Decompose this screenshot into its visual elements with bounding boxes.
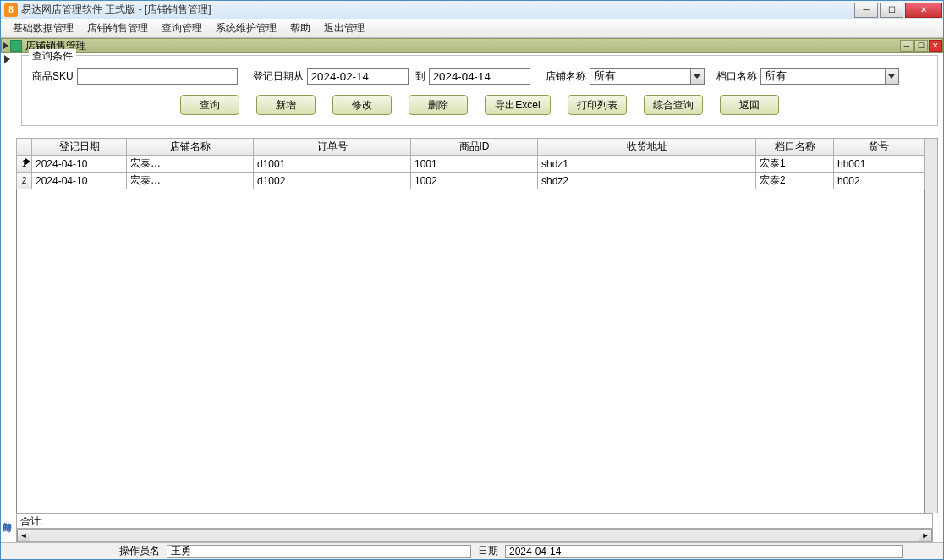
cell-reg-date[interactable]: 2024-04-10 (32, 156, 127, 173)
menu-query[interactable]: 查询管理 (155, 21, 209, 36)
mdi-header: 店铺销售管理 ─ ☐ ✕ (1, 38, 943, 53)
col-store[interactable]: 店铺名称 (127, 139, 254, 156)
cell-addr[interactable]: shdz1 (538, 156, 756, 173)
cell-sku[interactable]: hh001 (834, 156, 925, 173)
delete-button[interactable]: 删除 (409, 95, 468, 115)
date-from-input[interactable] (307, 68, 409, 85)
sku-label: 商品SKU (32, 69, 74, 84)
vertical-scrollbar[interactable] (925, 138, 938, 513)
store-combo[interactable] (590, 68, 705, 85)
row-header-corner (17, 139, 32, 156)
cell-pid[interactable]: 1001 (411, 156, 538, 173)
menu-exit[interactable]: 退出管理 (317, 21, 371, 36)
app-icon: 8 (4, 3, 18, 17)
summary-label: 合计: (17, 514, 58, 529)
query-groupbox: 查询条件 商品SKU 登记日期从 到 店铺名称 档口名称 (21, 55, 938, 126)
stall-label: 档口名称 (716, 69, 757, 84)
date-from-label: 登记日期从 (253, 69, 304, 84)
col-reg-date[interactable]: 登记日期 (32, 139, 127, 156)
advanced-query-button[interactable]: 综合查询 (644, 95, 703, 115)
cell-addr[interactable]: shdz2 (538, 173, 756, 189)
chevron-down-icon[interactable] (691, 68, 705, 85)
summary-row: 合计: (16, 513, 933, 529)
content-area: 查询条件 商品SKU 登记日期从 到 店铺名称 档口名称 (1, 53, 943, 542)
table-row[interactable]: 1 2024-04-10 宏泰… d1001 1001 shdz1 宏泰1 hh… (17, 156, 925, 173)
add-button[interactable]: 新增 (256, 95, 316, 115)
col-stall[interactable]: 档口名称 (756, 139, 834, 156)
menu-bar: 基础数据管理 店铺销售管理 查询管理 系统维护管理 帮助 退出管理 (1, 19, 943, 38)
status-bar: 操作员名 王勇 日期 2024-04-14 (1, 542, 943, 559)
mdi-restore-button[interactable]: ☐ (914, 40, 928, 52)
col-sku[interactable]: 货号 (834, 139, 925, 156)
col-addr[interactable]: 收货地址 (538, 139, 756, 156)
scroll-left-icon[interactable]: ◄ (17, 530, 30, 541)
mdi-minimize-button[interactable]: ─ (900, 40, 914, 52)
back-button[interactable]: 返回 (720, 95, 779, 115)
cell-sku[interactable]: h002 (834, 173, 925, 189)
title-bar: 8 易达网店管理软件 正式版 - [店铺销售管理] ─ ☐ ✕ (1, 1, 943, 19)
date-to-label: 到 (415, 69, 425, 84)
status-date-label: 日期 (478, 544, 498, 558)
grid-empty-area (16, 189, 925, 513)
grid-wrap: 登记日期 店铺名称 订单号 商品ID 收货地址 档口名称 货号 (16, 138, 938, 542)
maximize-button[interactable]: ☐ (880, 3, 903, 18)
query-legend: 查询条件 (29, 49, 76, 63)
cell-pid[interactable]: 1002 (411, 173, 538, 189)
sku-input[interactable] (77, 68, 238, 85)
col-pid[interactable]: 商品ID (411, 139, 538, 156)
mdi-indicator-icon (3, 42, 8, 49)
menu-store-sales[interactable]: 店铺销售管理 (80, 21, 155, 36)
export-button[interactable]: 导出Excel (485, 95, 551, 115)
table-row[interactable]: 2 2024-04-10 宏泰… d1002 1002 shdz2 宏泰2 h0… (17, 173, 925, 189)
scroll-right-icon[interactable]: ► (919, 530, 932, 541)
cell-stall[interactable]: 宏泰1 (756, 156, 834, 173)
cell-stall[interactable]: 宏泰2 (756, 173, 834, 189)
stall-combo-input[interactable] (760, 68, 886, 85)
status-date-value: 2024-04-14 (505, 545, 903, 558)
menu-basic-data[interactable]: 基础数据管理 (6, 21, 80, 36)
date-to-input[interactable] (429, 68, 530, 85)
menu-system[interactable]: 系统维护管理 (209, 21, 283, 36)
cell-store[interactable]: 宏泰… (127, 156, 254, 173)
data-grid[interactable]: 登记日期 店铺名称 订单号 商品ID 收货地址 档口名称 货号 (16, 138, 925, 189)
operator-label: 操作员名 (119, 544, 160, 558)
print-button[interactable]: 打印列表 (568, 95, 627, 115)
horizontal-scrollbar[interactable]: ◄ ► (16, 529, 933, 542)
gutter-arrow-icon (4, 55, 10, 63)
left-gutter (1, 53, 14, 542)
menu-help[interactable]: 帮助 (283, 21, 317, 36)
mdi-close-button[interactable]: ✕ (929, 40, 942, 52)
cell-reg-date[interactable]: 2024-04-10 (32, 173, 127, 189)
col-order[interactable]: 订单号 (254, 139, 411, 156)
window-title: 易达网店管理软件 正式版 - [店铺销售管理] (21, 3, 211, 17)
minimize-button[interactable]: ─ (854, 3, 878, 18)
chevron-down-icon[interactable] (886, 68, 899, 85)
main-window: 8 易达网店管理软件 正式版 - [店铺销售管理] ─ ☐ ✕ 基础数据管理 店… (0, 0, 944, 560)
close-button[interactable]: ✕ (905, 3, 942, 18)
store-label: 店铺名称 (546, 69, 586, 84)
cell-order[interactable]: d1002 (254, 173, 411, 189)
cell-order[interactable]: d1001 (254, 156, 411, 173)
operator-value: 王勇 (167, 545, 471, 558)
row-number: 1 (17, 156, 32, 173)
stall-combo[interactable] (760, 68, 899, 85)
row-number: 2 (17, 173, 32, 189)
current-row-icon (25, 158, 30, 165)
mdi-window-icon (10, 40, 22, 52)
cell-store[interactable]: 宏泰… (127, 173, 254, 189)
query-button[interactable]: 查询 (180, 95, 239, 115)
edit-button[interactable]: 修改 (332, 95, 392, 115)
store-combo-input[interactable] (590, 68, 691, 85)
